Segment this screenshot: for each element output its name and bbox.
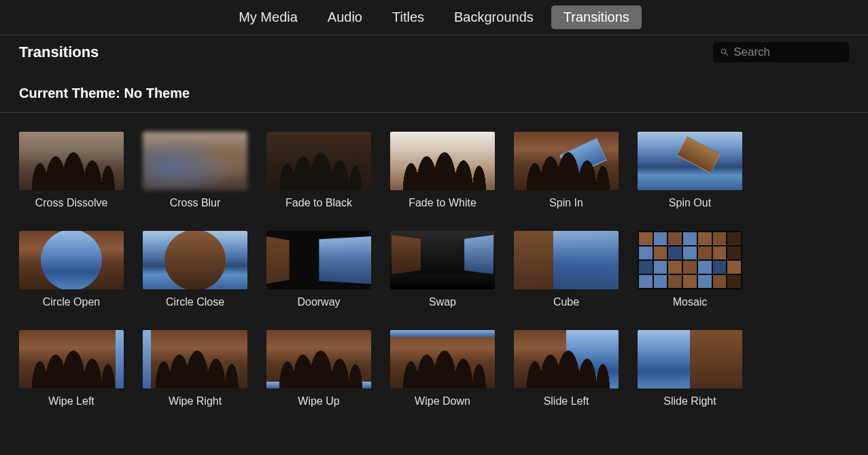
transition-thumbnail bbox=[19, 231, 124, 289]
tab-my-media[interactable]: My Media bbox=[226, 5, 310, 29]
tab-titles[interactable]: Titles bbox=[380, 5, 436, 29]
tab-audio[interactable]: Audio bbox=[315, 5, 375, 29]
transition-circle-open[interactable]: Circle Open bbox=[19, 231, 124, 308]
transition-spin-out[interactable]: Spin Out bbox=[638, 132, 742, 209]
search-input[interactable] bbox=[733, 46, 842, 59]
transition-label: Doorway bbox=[297, 296, 340, 308]
transition-label: Slide Right bbox=[663, 395, 716, 407]
transition-label: Wipe Up bbox=[298, 395, 339, 407]
transition-fade-to-black[interactable]: Fade to Black bbox=[266, 132, 371, 209]
transition-wipe-right[interactable]: Wipe Right bbox=[143, 330, 247, 407]
transition-wipe-up[interactable]: Wipe Up bbox=[266, 330, 371, 407]
transition-thumbnail bbox=[143, 132, 247, 190]
transition-label: Cube bbox=[553, 296, 579, 308]
transition-label: Wipe Left bbox=[48, 395, 94, 407]
transition-circle-close[interactable]: Circle Close bbox=[143, 231, 247, 308]
sub-header: Transitions bbox=[0, 35, 868, 69]
transition-thumbnail bbox=[638, 132, 742, 190]
transition-thumbnail bbox=[390, 330, 495, 388]
transition-thumbnail bbox=[143, 330, 247, 388]
transition-thumbnail bbox=[514, 132, 619, 190]
transition-slide-left[interactable]: Slide Left bbox=[514, 330, 619, 407]
transition-label: Cross Blur bbox=[170, 197, 221, 209]
transition-label: Slide Left bbox=[544, 395, 589, 407]
transition-mosaic[interactable]: Mosaic bbox=[638, 231, 742, 308]
transition-cross-dissolve[interactable]: Cross Dissolve bbox=[19, 132, 124, 209]
transition-doorway[interactable]: Doorway bbox=[266, 231, 371, 308]
transition-wipe-left[interactable]: Wipe Left bbox=[19, 330, 124, 407]
transition-wipe-down[interactable]: Wipe Down bbox=[390, 330, 495, 407]
transition-label: Fade to White bbox=[409, 197, 476, 209]
transition-label: Spin In bbox=[549, 197, 583, 209]
transition-thumbnail bbox=[390, 231, 495, 289]
top-tab-bar: My Media Audio Titles Backgrounds Transi… bbox=[0, 0, 868, 35]
transition-label: Circle Open bbox=[43, 296, 100, 308]
search-icon bbox=[720, 47, 729, 58]
transition-label: Wipe Down bbox=[415, 395, 470, 407]
section-title: Transitions bbox=[19, 43, 99, 61]
transition-swap[interactable]: Swap bbox=[390, 231, 495, 308]
theme-row: Current Theme: No Theme bbox=[0, 69, 868, 113]
current-theme-label: Current Theme: No Theme bbox=[19, 86, 849, 101]
transition-spin-in[interactable]: Spin In bbox=[514, 132, 619, 209]
transition-thumbnail bbox=[19, 132, 124, 190]
transition-label: Cross Dissolve bbox=[35, 197, 108, 209]
transition-label: Swap bbox=[429, 296, 456, 308]
transition-cube[interactable]: Cube bbox=[514, 231, 619, 308]
transition-cross-blur[interactable]: Cross Blur bbox=[143, 132, 247, 209]
transition-slide-right[interactable]: Slide Right bbox=[638, 330, 742, 407]
transition-thumbnail bbox=[638, 330, 742, 388]
transition-thumbnail bbox=[514, 231, 619, 289]
search-box[interactable] bbox=[713, 42, 849, 62]
transition-label: Fade to Black bbox=[285, 197, 352, 209]
transition-thumbnail bbox=[638, 231, 742, 289]
transition-thumbnail bbox=[19, 330, 124, 388]
transitions-grid: Cross Dissolve Cross Blur Fade to Black … bbox=[0, 113, 868, 414]
transition-thumbnail bbox=[266, 231, 371, 289]
transition-label: Wipe Right bbox=[169, 395, 222, 407]
transition-thumbnail bbox=[390, 132, 495, 190]
transition-thumbnail bbox=[514, 330, 619, 388]
transition-label: Mosaic bbox=[673, 296, 708, 308]
tab-transitions[interactable]: Transitions bbox=[551, 5, 642, 29]
transition-thumbnail bbox=[266, 330, 371, 388]
transition-label: Spin Out bbox=[669, 197, 711, 209]
transition-thumbnail bbox=[266, 132, 371, 190]
transition-label: Circle Close bbox=[166, 296, 224, 308]
transition-fade-to-white[interactable]: Fade to White bbox=[390, 132, 495, 209]
transition-thumbnail bbox=[143, 231, 247, 289]
tab-backgrounds[interactable]: Backgrounds bbox=[442, 5, 546, 29]
